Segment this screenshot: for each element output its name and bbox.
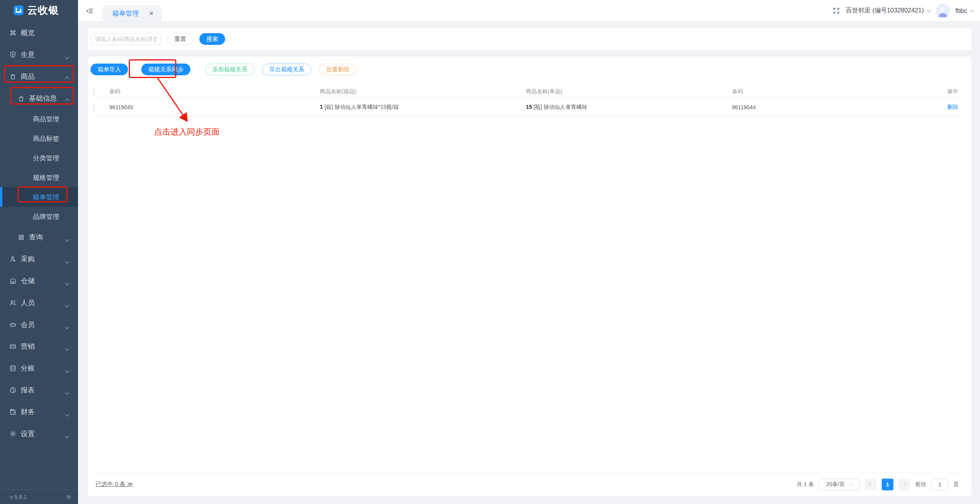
add-box-spec-button[interactable]: 添加箱规关系 [205, 64, 254, 75]
sidebar-item-report[interactable]: 报表 [0, 379, 78, 401]
sidebar-item-label: 仓储 [21, 276, 35, 286]
sidebar-item-basic-info[interactable]: 基础信息 [0, 87, 78, 109]
sidebar-gear-icon[interactable] [66, 494, 72, 500]
sidebar-item-label: 商品 [21, 72, 35, 81]
sidebar-item-label: 人员 [21, 298, 35, 307]
sidebar-item-goods-manage[interactable]: 商品管理 [0, 109, 78, 129]
user-menu[interactable]: fbbc [955, 7, 974, 14]
chevron-left-icon [868, 482, 873, 486]
app-title: 云收银 [27, 4, 59, 17]
sidebar-item-goods-tag[interactable]: 商品标签 [0, 129, 78, 148]
sidebar-item-label: 生意 [21, 50, 35, 59]
goods-bag-icon [9, 73, 17, 80]
unit-qty: 15 [526, 104, 532, 110]
toolbar: 箱单导入 箱规关系同步 添加箱规关系 导出箱规关系 批量删除 [88, 57, 971, 75]
sidebar-item-label: 品牌管理 [33, 212, 59, 221]
sidebar-item-business[interactable]: 生意 [0, 44, 78, 66]
delete-link[interactable]: 删除 [947, 104, 958, 110]
chevron-up-icon [66, 74, 69, 82]
row-unit-name: 15 [瓶] 脉动仙人掌青橘味 [526, 104, 732, 111]
table-header-row: 条码 商品名称(箱品) 商品名称(单品) 条码 操作 [94, 85, 959, 98]
box-spec-table: 条码 商品名称(箱品) 商品名称(单品) 条码 操作 96119045 1 [箱… [94, 85, 959, 117]
col-box-name: 商品名称(箱品) [320, 88, 526, 95]
sidebar: 云收银 概览 生意 商品 基础信息 商品管理 [0, 0, 78, 504]
sidebar-item-label: 概览 [21, 28, 35, 37]
sidebar-item-label: 财务 [21, 407, 35, 417]
sidebar-item-member[interactable]: 会员 [0, 314, 78, 335]
ledger-database-icon [9, 364, 17, 372]
version-label: v 5.9.1 [10, 494, 27, 500]
reset-button[interactable]: 重置 [167, 33, 193, 45]
sidebar-item-label: 营销 [21, 342, 35, 351]
box-qty: 1 [320, 104, 323, 110]
chevron-down-icon [927, 8, 931, 12]
goto-page-input[interactable] [931, 479, 948, 490]
sidebar-item-label: 分账 [21, 364, 35, 373]
chevron-down-icon [66, 279, 69, 287]
sidebar-item-finance[interactable]: 财务 [0, 401, 78, 423]
sidebar-item-label: 报表 [21, 385, 35, 395]
select-all-checkbox[interactable] [94, 88, 94, 95]
sync-box-spec-button[interactable]: 箱规关系同步 [141, 64, 190, 75]
page-unit-label: 页 [953, 481, 959, 488]
sidebar-item-overview[interactable]: 概览 [0, 22, 78, 44]
batch-delete-button[interactable]: 批量删除 [319, 64, 357, 75]
col-unit-name: 商品名称(单品) [526, 88, 732, 95]
chevron-down-icon [849, 481, 853, 486]
avatar[interactable] [936, 4, 950, 18]
current-page-button[interactable]: 1 [882, 479, 893, 490]
row-box-name: 1 [箱] 脉动仙人掌青橘味*15瓶/箱 [320, 104, 526, 111]
report-pie-icon [9, 386, 17, 394]
chevron-right-icon [902, 482, 906, 486]
row-unit-barcode: 96119044 [732, 104, 919, 110]
sidebar-item-settings[interactable]: 设置 [0, 423, 78, 445]
basic-info-bag-icon [17, 95, 25, 102]
prev-page-button[interactable] [865, 479, 877, 490]
search-button[interactable]: 搜索 [199, 33, 225, 45]
sidebar-item-label: 商品管理 [33, 115, 59, 124]
page-size-value: 20条/页 [826, 481, 845, 488]
chevron-down-icon [66, 431, 69, 440]
sidebar-item-query[interactable]: 查询 [0, 226, 78, 248]
chevron-down-icon [66, 300, 69, 309]
finance-wallet-icon [9, 408, 17, 416]
tab-label: 箱单管理 [112, 9, 139, 18]
page-size-select[interactable]: 20条/页 [819, 479, 860, 490]
row-checkbox[interactable] [94, 104, 94, 111]
sidebar-item-goods[interactable]: 商品 [0, 66, 78, 87]
selected-count-link[interactable]: 已选中 0 条 ≫ [94, 481, 133, 488]
sidebar-item-purchase[interactable]: 采购 [0, 248, 78, 270]
app-root: 云收银 概览 生意 商品 基础信息 商品管理 [0, 0, 980, 504]
sidebar-item-marketing[interactable]: 营销 [0, 335, 78, 357]
sidebar-item-brand-manage[interactable]: 品牌管理 [0, 207, 78, 226]
pagination: 共 1 条 20条/页 1 前往 页 [797, 479, 959, 490]
fullscreen-icon[interactable] [832, 7, 840, 15]
search-input[interactable] [91, 33, 161, 45]
sidebar-item-staff[interactable]: 人员 [0, 292, 78, 314]
sidebar-item-label: 会员 [21, 320, 35, 329]
sidebar-item-label: 查询 [29, 232, 43, 242]
marketing-coupon-icon [9, 343, 17, 350]
main-panel: 箱单导入 箱规关系同步 添加箱规关系 导出箱规关系 批量删除 条码 商品名称(箱… [88, 57, 971, 496]
business-shield-icon [9, 51, 17, 59]
import-packing-list-button[interactable]: 箱单导入 [91, 64, 128, 75]
sidebar-item-category-manage[interactable]: 分类管理 [0, 148, 78, 168]
sidebar-item-spec-manage[interactable]: 规格管理 [0, 168, 78, 187]
next-page-button[interactable] [898, 479, 910, 490]
purchase-person-icon [9, 255, 17, 263]
export-box-spec-button[interactable]: 导出箱规关系 [262, 64, 311, 75]
chevron-down-icon [66, 410, 69, 418]
tab-close-icon[interactable]: × [149, 9, 154, 17]
sidebar-item-packing-list-manage[interactable]: 箱单管理 [0, 187, 78, 207]
sidebar-item-warehouse[interactable]: 仓储 [0, 270, 78, 292]
username-label: fbbc [955, 7, 967, 14]
chevron-down-icon [66, 344, 69, 352]
store-selector[interactable]: 百世邻里 (编号1032802421) [846, 7, 930, 15]
sidebar-collapse-icon[interactable] [84, 5, 95, 16]
chevron-down-icon [66, 366, 69, 374]
chevron-down-icon [66, 257, 69, 265]
sidebar-footer: v 5.9.1 [0, 489, 78, 504]
sidebar-item-split-account[interactable]: 分账 [0, 357, 78, 379]
total-count: 共 1 条 [797, 481, 814, 488]
tab-packing-list-manage[interactable]: 箱单管理 × [102, 5, 162, 21]
